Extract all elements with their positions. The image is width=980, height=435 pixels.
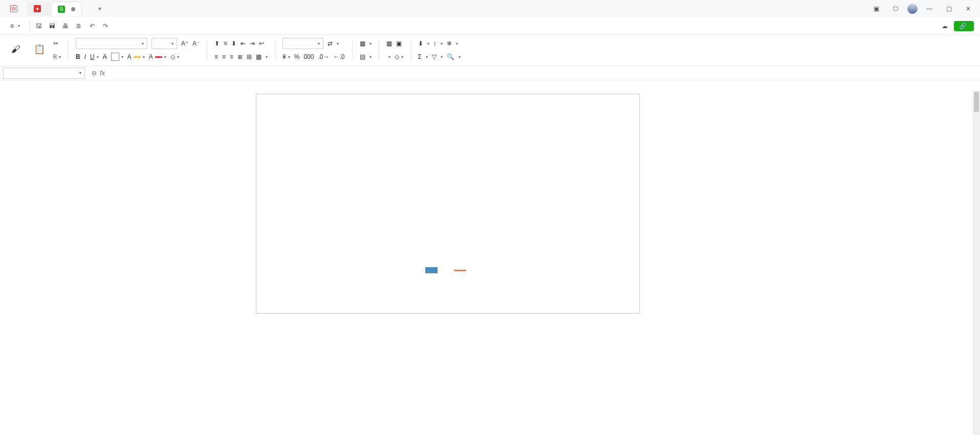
decrease-font-button[interactable]: A⁻ xyxy=(192,38,200,49)
distribute-button[interactable]: ⊞ xyxy=(247,51,252,62)
scissors-icon: ✂ xyxy=(53,40,58,47)
align-center-button[interactable]: ≡ xyxy=(222,51,226,62)
save-as-icon[interactable]: 🖬 xyxy=(48,22,56,30)
align-right-button[interactable]: ≡ xyxy=(230,51,233,62)
share-button[interactable]: 🔗 xyxy=(954,21,974,31)
strikethrough-button[interactable]: A xyxy=(103,51,107,62)
fill-button[interactable]: ⬇▾ xyxy=(418,38,429,49)
font-size-select[interactable]: ▾ xyxy=(151,38,177,49)
insert-shapes-button[interactable]: ◇▾ xyxy=(395,51,403,62)
title-bar: W ✦ S ▾ ▣ ⬡ ― ▢ ✕ xyxy=(0,0,980,17)
highlight-color-button[interactable]: ◇▾ xyxy=(170,51,179,62)
caret-icon: ▾ xyxy=(318,41,320,46)
table-style-button[interactable]: ▦ xyxy=(386,38,392,49)
format-painter-button[interactable]: 🖌 xyxy=(6,38,26,62)
sort-button[interactable]: ↕▾ xyxy=(433,38,443,49)
justify-button[interactable]: ≣ xyxy=(237,51,243,62)
quick-access-toolbar: 🖫 🖬 🖶 🗎 ↶ ↷ xyxy=(35,22,110,30)
doc-tab-template[interactable]: ✦ xyxy=(28,2,50,16)
print-icon[interactable]: 🖶 xyxy=(61,22,70,30)
undo-icon[interactable]: ↶ xyxy=(88,22,96,30)
percent-button[interactable]: % xyxy=(294,51,300,62)
find-button[interactable]: 🔍▾ xyxy=(447,51,461,62)
convert-icon: ⇄ xyxy=(328,40,333,47)
modified-badge[interactable]: ☁ xyxy=(942,23,950,30)
align-left-button[interactable]: ≡ xyxy=(214,51,218,62)
redo-icon[interactable]: ↷ xyxy=(101,22,110,30)
font-color-button[interactable]: A▾ xyxy=(149,51,166,62)
sort-icon: ↕ xyxy=(433,40,437,47)
merge-icon: ▦ xyxy=(256,53,262,60)
currency-button[interactable]: ¥▾ xyxy=(282,51,290,62)
font-name-select[interactable]: ▾ xyxy=(76,38,147,49)
sigma-icon: Σ xyxy=(418,53,422,60)
indent-decrease-button[interactable]: ⇤ xyxy=(241,38,246,49)
spreadsheet-area[interactable] xyxy=(0,80,980,435)
conditional-format-button[interactable]: ▾ xyxy=(386,51,390,62)
doc-tab-active[interactable]: S xyxy=(51,2,82,16)
cloud-icon: ☁ xyxy=(942,23,948,30)
modified-dot-icon xyxy=(71,7,75,11)
copy-icon: ⎘ xyxy=(53,53,57,60)
caret-icon: ▾ xyxy=(171,41,173,46)
wrap-icon: ↩ xyxy=(259,40,264,47)
file-menu[interactable]: ≡ ▾ xyxy=(6,23,24,30)
filter-button[interactable]: ▽▾ xyxy=(432,51,443,62)
align-top-button[interactable]: ⬆ xyxy=(214,38,220,49)
increase-font-button[interactable]: A⁺ xyxy=(181,38,188,49)
increase-decimal-button[interactable]: .0→ xyxy=(318,51,329,62)
worksheet-button[interactable]: ▤▾ xyxy=(360,51,372,62)
comma-button[interactable]: 000 xyxy=(303,51,314,62)
align-bottom-button[interactable]: ⬇ xyxy=(231,38,236,49)
italic-button[interactable]: I xyxy=(84,51,86,62)
save-icon[interactable]: 🖫 xyxy=(35,22,43,30)
tab-menu-caret[interactable]: ▾ xyxy=(98,5,101,12)
cube-icon[interactable]: ⬡ xyxy=(888,3,903,15)
hamburger-icon: ≡ xyxy=(10,23,14,30)
fx-button[interactable]: ⊖fx xyxy=(88,70,108,77)
bold-button[interactable]: B xyxy=(76,51,80,62)
legend-swatch-line xyxy=(454,270,466,271)
rows-cols-button[interactable]: ▦▾ xyxy=(360,38,372,49)
minimize-button[interactable]: ― xyxy=(922,3,937,15)
copy-button[interactable]: ⎘▾ xyxy=(53,51,61,62)
clipboard-icon: 📋 xyxy=(34,44,45,55)
align-middle-button[interactable]: ≡ xyxy=(224,38,227,49)
indent-increase-button[interactable]: ⇥ xyxy=(250,38,255,49)
cellstyle-icon: ▣ xyxy=(396,40,402,47)
panel-toggle-icon[interactable]: ▣ xyxy=(868,3,884,15)
decrease-decimal-button[interactable]: ←.0 xyxy=(333,51,344,62)
cut-button[interactable]: ✂ xyxy=(53,38,61,49)
name-box[interactable]: ▾ xyxy=(3,68,85,79)
fill-color-button[interactable]: A▾ xyxy=(127,51,145,62)
app-home-tab[interactable]: W xyxy=(4,2,27,16)
embedded-chart[interactable] xyxy=(256,94,640,314)
borders-button[interactable]: ▾ xyxy=(111,51,123,62)
close-button[interactable]: ✕ xyxy=(961,3,976,15)
ribbon: 🖌 📋 ✂ ⎘▾ ▾ ▾ A⁺ A⁻ B I U▾ A ▾ A▾ A▾ ◇▾ xyxy=(0,35,980,66)
search-icon: 🔍 xyxy=(447,53,454,60)
chart-legend xyxy=(256,261,639,277)
chart-title xyxy=(256,94,639,101)
scrollbar-thumb[interactable] xyxy=(974,92,979,112)
brush-icon: 🖌 xyxy=(11,44,20,55)
maximize-button[interactable]: ▢ xyxy=(941,3,956,15)
user-avatar[interactable] xyxy=(907,4,918,14)
freeze-button[interactable]: ❄▾ xyxy=(447,38,458,49)
fill-icon: ⬇ xyxy=(418,40,423,47)
funnel-icon: ▽ xyxy=(432,53,437,60)
caret-icon: ▾ xyxy=(79,71,81,75)
sum-button[interactable]: Σ▾ xyxy=(418,51,428,62)
paste-button[interactable]: 📋 xyxy=(30,38,49,62)
wrap-text-button[interactable]: ↩ xyxy=(259,38,266,49)
sheet-icon: ▤ xyxy=(360,53,365,60)
cancel-icon: ⊖ xyxy=(92,70,97,77)
vertical-scrollbar[interactable] xyxy=(973,91,980,435)
merge-cells-button[interactable]: ▦▾ xyxy=(256,51,268,62)
underline-button[interactable]: U▾ xyxy=(90,51,99,62)
print-preview-icon[interactable]: 🗎 xyxy=(75,22,83,30)
cell-style-button[interactable]: ▣ xyxy=(396,38,402,49)
convert-button[interactable]: ⇄▾ xyxy=(328,38,339,49)
formula-input[interactable] xyxy=(108,68,980,79)
number-format-select[interactable]: ▾ xyxy=(282,38,323,49)
